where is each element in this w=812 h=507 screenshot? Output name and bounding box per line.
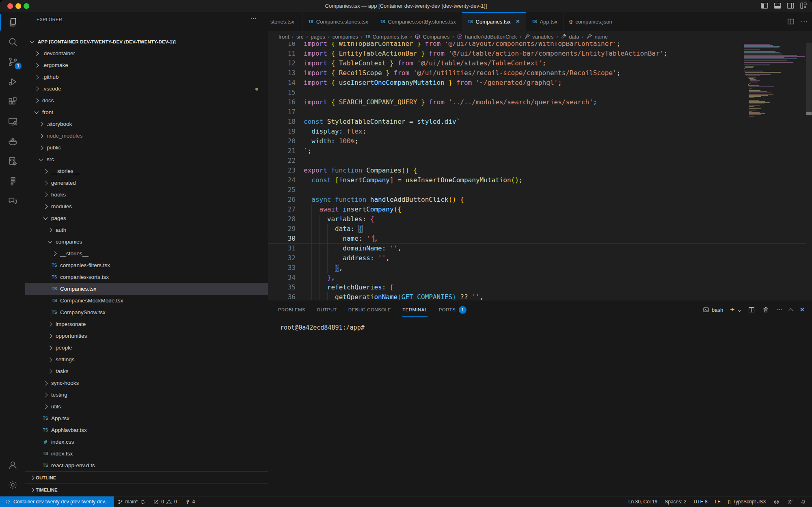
tree-folder--vscode[interactable]: .vscode [25,83,268,95]
close-icon[interactable]: ✕ [516,19,520,24]
activity-item-figma[interactable] [0,171,25,191]
tree-file-companyshow-tsx[interactable]: TSCompanyShow.tsx [25,306,268,318]
tab-companies-json[interactable]: {}companies.json [564,12,618,31]
activity-item-remote-explorer[interactable] [0,112,25,132]
tree-folder-modules[interactable]: modules [25,201,268,212]
code-line-12[interactable]: 12import { TableContext } from '@/ui/tab… [268,58,806,68]
code-line-23[interactable]: 23export function Companies() { [268,166,806,175]
breadcrumb-item-name[interactable]: name [586,34,608,40]
code-line-14[interactable]: 14import { useInsertOneCompanyMutation }… [268,78,806,88]
tree-folder-opportunities[interactable]: opportunities [25,330,268,342]
code-line-22[interactable]: 22 [268,156,806,166]
tree-folder-public[interactable]: public [25,142,268,153]
code-editor[interactable]: 10import { WithTopBarContainer } from '@… [268,42,812,300]
code-line-36[interactable]: 36 getOperationName(GET_COMPANIES) ?? ''… [268,292,806,300]
tree-folder--stories-[interactable]: __stories__ [25,165,268,177]
code-line-35[interactable]: 35 refetchQueries: [ [268,283,806,292]
terminal-prompt[interactable]: root@0a42ecd84891:/app# [280,324,365,331]
tab-companies-sortby-stories-tsx[interactable]: TSCompanies.sortBy.stories.tsx [374,12,462,31]
tree-folder-front[interactable]: front [25,106,268,118]
close-panel-icon[interactable]: ✕ [799,306,805,313]
panel-more-actions-icon[interactable]: ⋯ [776,306,782,313]
tree-folder--ergomake[interactable]: .ergomake [25,59,268,71]
tree-folder-utils[interactable]: utils [25,401,268,412]
code-line-33[interactable]: 33 }, [268,263,806,273]
tree-file-companies-sorts-tsx[interactable]: TScompanies-sorts.tsx [25,271,268,283]
tree-folder-testing[interactable]: testing [25,389,268,401]
panel-tab-debug-console[interactable]: DEBUG CONSOLE [348,300,391,319]
tree-folder-sync-hooks[interactable]: sync-hooks [25,377,268,389]
panel-tab-problems[interactable]: PROBLEMS [278,300,305,319]
tree-folder--devcontainer[interactable]: .devcontainer [25,47,268,59]
tree-folder--github[interactable]: .github [25,71,268,83]
terminal-shell-selector[interactable]: bash [703,306,723,313]
remote-indicator[interactable]: Container dev-twenty-dev (dev-twenty-dev… [0,496,114,507]
code-line-16[interactable]: 16import { SEARCH_COMPANY_QUERY } from '… [268,97,806,107]
tree-file-index-tsx[interactable]: TSindex.tsx [25,448,268,460]
notifications-item[interactable] [797,496,812,507]
language-mode-item[interactable]: {} TypeScript JSX [724,496,770,507]
activity-item-extensions[interactable] [0,92,25,112]
code-line-27[interactable]: 27 await insertCompany({ [268,205,806,214]
toggle-secondary-sidebar-icon[interactable] [786,1,795,10]
timeline-section[interactable]: TIMELINE [25,483,268,496]
git-branch-item[interactable]: main* [114,496,150,507]
breadcrumb-item-pages[interactable]: pages [311,34,325,40]
tree-file-companies-tsx[interactable]: TSCompanies.tsx [25,283,268,295]
toggle-panel-icon[interactable] [773,1,782,10]
code-line-32[interactable]: 32 address: '', [268,253,806,263]
code-line-21[interactable]: 21`; [268,146,806,156]
tree-folder-people[interactable]: people [25,342,268,354]
tree-file-companies-filters-tsx[interactable]: TScompanies-filters.tsx [25,259,268,271]
tree-file-react-app-env-d-ts[interactable]: TSreact-app-env.d.ts [25,460,268,471]
terminal-dropdown-icon[interactable] [738,308,742,312]
breadcrumb-item-variables[interactable]: variables [524,34,553,40]
breadcrumb-item-data[interactable]: data [561,34,579,40]
tree-folder-docs[interactable]: docs [25,95,268,106]
activity-item-source-control[interactable]: 1 [0,52,25,72]
tree-folder-auth[interactable]: auth [25,224,268,236]
minimap[interactable] [742,42,806,300]
tree-folder-tasks[interactable]: tasks [25,365,268,377]
breadcrumb-item-companies-tsx[interactable]: TSCompanies.tsx [365,34,408,40]
editor-scrollbar[interactable] [806,42,812,300]
activity-item-settings[interactable] [0,475,25,495]
code-line-13[interactable]: 13import { RecoilScope } from '@/ui/util… [268,68,806,78]
tree-folder-impersonate[interactable]: impersonate [25,318,268,330]
tab-companies-stories-tsx[interactable]: TSCompanies.stories.tsx [302,12,374,31]
code-line-20[interactable]: 20 width: 100%; [268,136,806,146]
explorer-more-actions-icon[interactable]: ⋯ [250,15,257,22]
tree-folder-companies[interactable]: companies [25,236,268,248]
tab-app-tsx[interactable]: TSApp.tsx [526,12,564,31]
code-line-10[interactable]: 10import { WithTopBarContainer } from '@… [268,42,806,49]
panel-tab-output[interactable]: OUTPUT [317,300,337,319]
code-line-15[interactable]: 15 [268,88,806,97]
tree-folder-generated[interactable]: generated [25,177,268,189]
ports-item[interactable]: 4 [181,496,199,507]
code-line-34[interactable]: 34 }, [268,273,806,283]
tree-root[interactable]: APP [CONTAINER DEV-TWENTY-DEV (DEV-TWENT… [25,36,268,47]
split-editor-icon[interactable] [787,17,795,26]
tab-stories-tsx[interactable]: stories.tsx [268,12,302,31]
activity-item-account[interactable] [0,455,25,475]
customize-layout-icon[interactable] [799,1,808,10]
breadcrumb-item-handleaddbuttonclick[interactable]: handleAddButtonClick [457,34,517,40]
tree-folder-settings[interactable]: settings [25,354,268,365]
encoding-item[interactable]: UTF-8 [690,496,711,507]
editor-more-actions-icon[interactable]: ⋯ [801,17,808,26]
tree-file-app-tsx[interactable]: TSApp.tsx [25,412,268,424]
tree-file-companiesmockmode-tsx[interactable]: TSCompaniesMockMode.tsx [25,295,268,306]
breadcrumb-item-companies[interactable]: Companies [415,34,449,40]
activity-item-comments[interactable] [0,191,25,211]
tree-file-index-css[interactable]: #index.css [25,436,268,448]
problems-item[interactable]: 0 0 [149,496,180,507]
activity-item-explorer[interactable] [0,12,25,32]
tree-folder-pages[interactable]: pages [25,212,268,224]
code-line-31[interactable]: 31 domainName: '', [268,244,806,253]
code-line-30[interactable]: 30 name: '', [268,234,806,244]
tree-folder--storybook[interactable]: .storybook [25,118,268,130]
tree-folder-src[interactable]: src [25,153,268,165]
eol-item[interactable]: LF [711,496,724,507]
breadcrumb-item-companies[interactable]: companies [333,34,358,40]
new-terminal-icon[interactable]: + [730,305,734,314]
